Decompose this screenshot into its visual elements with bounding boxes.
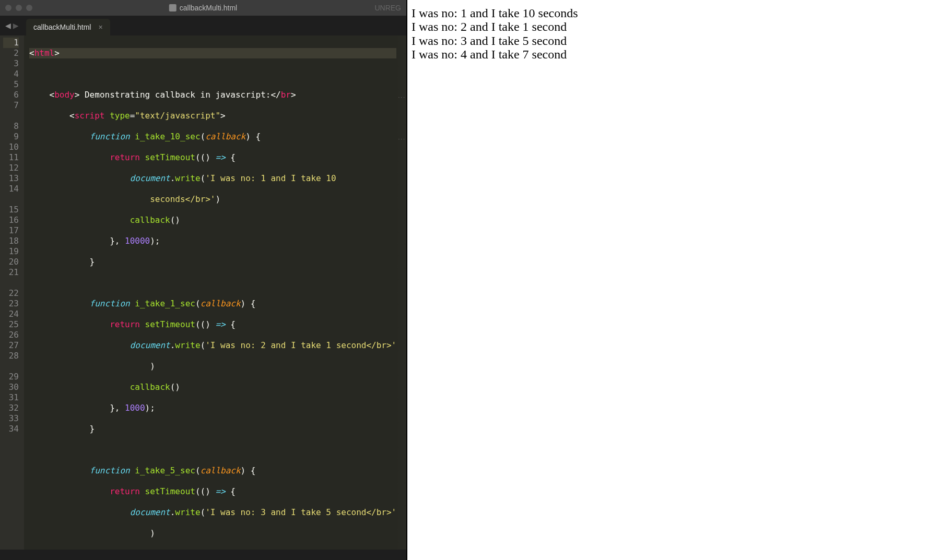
line-number: 10 <box>3 142 19 152</box>
line-number: 27 <box>3 340 19 351</box>
line-number: 1 <box>3 38 19 48</box>
line-number: 20 <box>3 257 19 267</box>
line-number: 23 <box>3 299 19 309</box>
line-number: 18 <box>3 236 19 246</box>
tab-bar: ◀ ▶ callbackMulti.html × <box>0 16 406 35</box>
line-number: 22 <box>3 288 19 299</box>
editor-pane: callbackMulti.html UNREG ◀ ▶ callbackMul… <box>0 0 406 560</box>
line-number: 6 <box>3 90 19 100</box>
line-number: 9 <box>3 132 19 142</box>
line-number: 26 <box>3 330 19 340</box>
line-number: 33 <box>3 413 19 424</box>
line-number: 29 <box>3 372 19 382</box>
line-number: 4 <box>3 69 19 79</box>
line-number: 5 <box>3 79 19 90</box>
line-number: 19 <box>3 246 19 257</box>
maximize-window-button[interactable] <box>26 5 32 11</box>
browser-output-pane: I was no: 1 and I take 10 seconds I was … <box>407 0 940 560</box>
line-number: 16 <box>3 215 19 225</box>
line-number: 3 <box>3 58 19 69</box>
minimize-window-button[interactable] <box>16 5 22 11</box>
close-window-button[interactable] <box>5 5 11 11</box>
line-number-gutter: 1 2 3 4 5 6 7 8 9 10 11 12 13 14 15 16 1… <box>0 35 24 550</box>
line-number: 11 <box>3 152 19 163</box>
line-number: 13 <box>3 173 19 184</box>
line-number <box>3 194 19 205</box>
code-area: 1 2 3 4 5 6 7 8 9 10 11 12 13 14 15 16 1… <box>0 35 406 550</box>
title-bar-title: callbackMulti.html <box>169 4 237 12</box>
line-number: 15 <box>3 205 19 215</box>
fold-indicator-icon: ··· <box>398 93 405 103</box>
line-number: 32 <box>3 403 19 413</box>
line-number <box>3 111 19 121</box>
line-number: 21 <box>3 267 19 278</box>
line-number: 8 <box>3 121 19 132</box>
registration-label: UNREG <box>374 4 401 12</box>
output-line: I was no: 1 and I take 10 seconds <box>412 6 936 20</box>
output-line: I was no: 3 and I take 5 second <box>412 34 936 47</box>
line-number: 28 <box>3 351 19 361</box>
output-line: I was no: 4 and I take 7 second <box>412 47 936 61</box>
line-number: 34 <box>3 424 19 434</box>
nav-forward-icon[interactable]: ▶ <box>13 20 19 31</box>
nav-back-icon[interactable]: ◀ <box>5 20 11 31</box>
minimap[interactable]: ··· ··· <box>396 35 406 550</box>
title-bar: callbackMulti.html UNREG <box>0 0 406 16</box>
window-controls <box>5 5 32 11</box>
line-number: 24 <box>3 309 19 319</box>
line-number: 2 <box>3 48 19 58</box>
line-number: 7 <box>3 100 19 111</box>
line-number: 31 <box>3 392 19 403</box>
close-icon[interactable]: × <box>98 23 102 31</box>
tab-file[interactable]: callbackMulti.html × <box>26 19 110 35</box>
code-content[interactable]: <html> <body> Demonstrating callback in … <box>24 35 396 550</box>
line-number: 17 <box>3 225 19 236</box>
line-number: 30 <box>3 382 19 392</box>
fold-indicator-icon: ··· <box>398 135 405 145</box>
file-icon <box>169 4 177 11</box>
nav-arrows: ◀ ▶ <box>5 20 19 31</box>
window-title: callbackMulti.html <box>180 4 237 12</box>
line-number: 12 <box>3 163 19 173</box>
status-bar <box>0 550 406 560</box>
line-number <box>3 278 19 288</box>
line-number: 14 <box>3 184 19 194</box>
line-number: 25 <box>3 319 19 330</box>
tab-label: callbackMulti.html <box>33 23 91 31</box>
line-number <box>3 361 19 372</box>
output-line: I was no: 2 and I take 1 second <box>412 20 936 33</box>
